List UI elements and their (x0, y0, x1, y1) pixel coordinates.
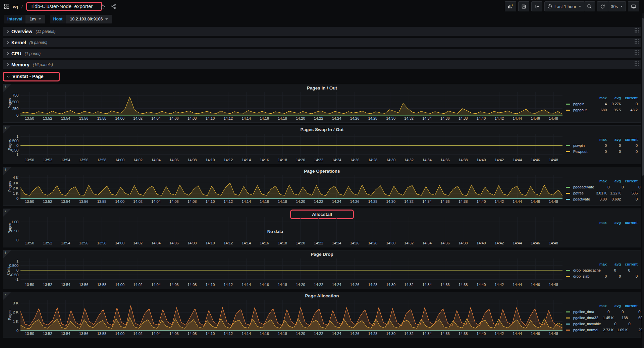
series-name[interactable]: pgdeactivate (573, 185, 594, 189)
x-axis-tick: 14:14 (242, 116, 251, 120)
series-color-dash[interactable] (566, 145, 570, 146)
save-dashboard-button[interactable] (518, 1, 529, 11)
series-name[interactable]: Pswpout (573, 150, 591, 154)
dashboard-row-memory[interactable]: Memory(16 panels) (3, 60, 641, 69)
series-name[interactable]: pgpgout (573, 108, 591, 112)
panel-info-icon[interactable] (3, 209, 11, 217)
series-color-dash[interactable] (566, 199, 570, 200)
series-current: 0 (621, 197, 638, 201)
series-name[interactable]: drop_pagecache (573, 268, 601, 272)
series-name[interactable]: pgpgin (573, 102, 591, 106)
plot-area[interactable]: 13:5013:5213:5413:5613:5814:0014:0214:04… (20, 258, 562, 287)
x-axis-tick: 14:20 (296, 283, 305, 287)
panel-info-icon[interactable] (3, 84, 11, 92)
x-axis-tick: 14:14 (242, 241, 251, 245)
series-name[interactable]: pgactivate (573, 197, 591, 201)
interval-value-dropdown[interactable]: 1m (25, 15, 45, 23)
x-axis-tick: 14:26 (350, 332, 360, 336)
series-name[interactable]: drop_slab (573, 274, 591, 278)
series-color-dash[interactable] (566, 151, 570, 152)
dashboard-settings-button[interactable] (531, 1, 542, 11)
x-axis-tick: 14:14 (242, 283, 251, 287)
dashboard-row-overview[interactable]: Overview(11 panels) (3, 27, 641, 36)
panel-info-icon[interactable] (3, 167, 11, 175)
series-max: 0 (591, 150, 607, 154)
cycle-view-mode-button[interactable] (628, 1, 639, 11)
series-color-dash[interactable] (566, 324, 570, 325)
series-name[interactable]: pswpin (573, 143, 591, 148)
series-color-dash[interactable] (566, 270, 570, 271)
time-range-picker[interactable]: Last 1 hour (544, 1, 584, 11)
y-axis-tick: 0.500 (9, 139, 18, 143)
chart-canvas[interactable] (20, 175, 562, 199)
host-value-dropdown[interactable]: 10.2.103.80:9106 (66, 15, 112, 23)
refresh-button[interactable] (597, 1, 608, 11)
panel-info-icon[interactable] (3, 250, 11, 258)
plot-area[interactable]: 13:5013:5213:5413:5613:5814:0014:0214:04… (20, 300, 562, 336)
series-avg: 0 (607, 274, 621, 278)
dashboard-rows: Overview(11 panels)Kernel(6 panels)CPU(1… (0, 27, 644, 82)
x-axis-tick: 14:00 (115, 199, 125, 204)
row-title-highlight-box[interactable]: Vmstat - Page (3, 72, 60, 81)
plot-area[interactable]: 13:5013:5213:5413:5613:5814:0014:0214:04… (20, 92, 562, 121)
series-name[interactable]: pgfree (573, 191, 591, 195)
dashboard-title[interactable]: Tidb-Cluster-Node_exporter (31, 3, 93, 9)
chart-canvas[interactable] (20, 258, 562, 282)
panel-title[interactable]: Page Operations (5, 168, 639, 175)
series-name[interactable]: pgalloc_dma32 (573, 316, 598, 320)
x-axis-tick: 14:06 (169, 241, 179, 245)
series-color-dash[interactable] (566, 187, 570, 188)
x-axis-tick: 14:34 (422, 241, 432, 245)
series-color-dash[interactable] (566, 311, 570, 312)
x-axis-tick: 14:04 (151, 241, 161, 245)
row-drag-handle[interactable] (635, 61, 639, 66)
series-name[interactable]: pgalloc_normal (573, 328, 598, 332)
apps-grid-icon[interactable] (4, 4, 9, 9)
series-color-dash[interactable] (566, 330, 570, 331)
row-drag-handle[interactable] (635, 39, 639, 44)
chart-canvas[interactable] (20, 217, 562, 240)
star-icon[interactable] (100, 4, 105, 9)
scrollbar-thumb[interactable] (642, 18, 644, 176)
plot-area[interactable]: 13:5013:5213:5413:5613:5814:0014:0214:04… (20, 175, 562, 204)
series-name[interactable]: pgalloc_dma (573, 310, 594, 314)
series-name[interactable]: pgalloc_movable (573, 322, 601, 326)
panel-title[interactable]: Pages In / Out (5, 85, 639, 92)
breadcrumb-folder[interactable]: wj (13, 4, 18, 9)
x-axis-tick: 14:44 (513, 158, 522, 162)
dashboard-row-kernel[interactable]: Kernel(6 panels) (3, 38, 641, 47)
refresh-interval-dropdown[interactable]: 30s (608, 1, 626, 11)
panel-body: Cells10.5000-0.50-113:5013:5213:5413:561… (5, 258, 639, 287)
x-axis-tick: 14:44 (513, 332, 522, 336)
row-drag-handle[interactable] (635, 50, 639, 55)
row-drag-handle[interactable] (635, 28, 639, 33)
share-icon[interactable] (111, 4, 116, 9)
panel-title[interactable]: Page Drop (5, 251, 639, 258)
x-axis-tick: 14:38 (459, 199, 468, 204)
legend-row-pgdeactivate: pgdeactivate000 (566, 184, 638, 190)
zoom-out-button[interactable] (584, 1, 595, 11)
chart-canvas[interactable] (20, 300, 562, 331)
plot-area[interactable]: 13:5013:5213:5413:5613:5814:0014:0214:04… (20, 134, 562, 163)
add-panel-button[interactable]: + (505, 1, 516, 11)
plot-area[interactable]: 13:5013:5213:5413:5613:5814:0014:0214:04… (20, 217, 562, 246)
y-axis-tick: 0.500 (9, 264, 18, 268)
panel-title[interactable]: Pages Swap In / Out (5, 126, 639, 134)
series-color-dash[interactable] (566, 276, 570, 277)
x-axis-tick: 14:36 (440, 332, 450, 336)
legend-header: maxavgcurrent (566, 261, 638, 267)
series-color-dash[interactable] (566, 104, 570, 105)
page-scrollbar[interactable] (642, 13, 644, 348)
panel-title[interactable]: Page Allocation (5, 293, 639, 300)
panel-info-icon[interactable] (3, 292, 11, 300)
panel-info-icon[interactable] (3, 126, 11, 134)
chart-canvas[interactable] (20, 92, 562, 116)
x-axis-tick: 14:18 (278, 332, 287, 336)
panel-title[interactable]: Allocstall (5, 210, 639, 217)
dashboard-row-cpu[interactable]: CPU(1 panel) (3, 49, 641, 58)
chart-canvas[interactable] (20, 134, 562, 157)
series-color-dash[interactable] (566, 317, 570, 318)
series-color-dash[interactable] (566, 193, 570, 194)
x-axis-tick: 14:40 (477, 241, 486, 245)
series-color-dash[interactable] (566, 110, 570, 111)
